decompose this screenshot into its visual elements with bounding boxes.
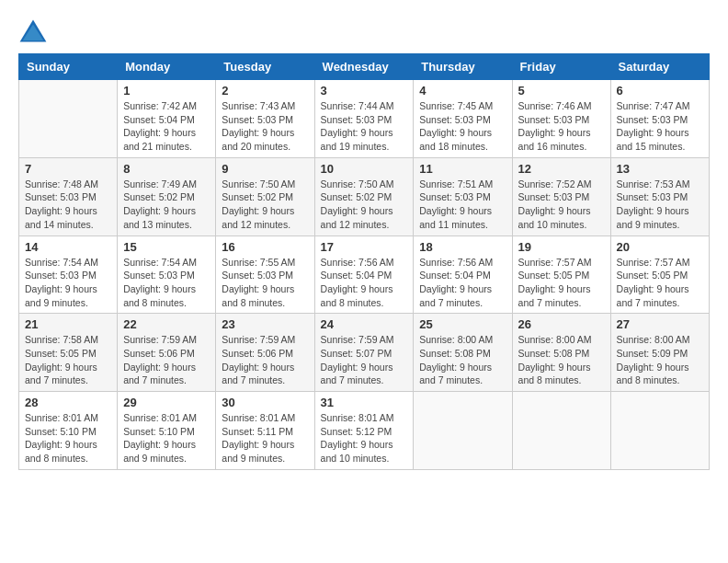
day-info: Sunrise: 7:56 AM Sunset: 5:04 PM Dayligh…: [321, 256, 408, 310]
day-info: Sunrise: 7:46 AM Sunset: 5:03 PM Dayligh…: [518, 99, 605, 154]
day-header-monday: Monday: [118, 54, 216, 80]
day-number: 16: [222, 240, 308, 254]
day-number: 12: [518, 162, 605, 176]
day-info: Sunrise: 7:52 AM Sunset: 5:03 PM Dayligh…: [518, 178, 605, 232]
calendar-cell: 23Sunrise: 7:59 AM Sunset: 5:06 PM Dayli…: [216, 314, 314, 392]
day-info: Sunrise: 7:50 AM Sunset: 5:02 PM Dayligh…: [222, 178, 308, 232]
day-info: Sunrise: 8:00 AM Sunset: 5:08 PM Dayligh…: [518, 333, 605, 387]
day-header-wednesday: Wednesday: [314, 54, 414, 80]
calendar-cell: 9Sunrise: 7:50 AM Sunset: 5:02 PM Daylig…: [216, 157, 314, 236]
calendar-cell: 24Sunrise: 7:59 AM Sunset: 5:07 PM Dayli…: [314, 314, 414, 392]
day-header-friday: Friday: [512, 54, 610, 80]
day-info: Sunrise: 7:49 AM Sunset: 5:02 PM Dayligh…: [123, 178, 210, 232]
day-number: 29: [123, 396, 210, 409]
day-number: 2: [222, 84, 308, 98]
day-info: Sunrise: 8:01 AM Sunset: 5:10 PM Dayligh…: [123, 411, 210, 465]
calendar-cell: 17Sunrise: 7:56 AM Sunset: 5:04 PM Dayli…: [314, 236, 414, 314]
day-info: Sunrise: 7:55 AM Sunset: 5:03 PM Dayligh…: [222, 256, 308, 310]
calendar-week-4: 21Sunrise: 7:58 AM Sunset: 5:05 PM Dayli…: [19, 314, 710, 392]
calendar-cell: 12Sunrise: 7:52 AM Sunset: 5:03 PM Dayli…: [512, 157, 610, 236]
calendar-cell: 22Sunrise: 7:59 AM Sunset: 5:06 PM Dayli…: [118, 314, 216, 392]
day-number: 23: [222, 317, 308, 331]
calendar-cell: [19, 80, 118, 158]
calendar-cell: 16Sunrise: 7:55 AM Sunset: 5:03 PM Dayli…: [216, 236, 314, 314]
day-info: Sunrise: 7:59 AM Sunset: 5:07 PM Dayligh…: [321, 333, 408, 387]
day-info: Sunrise: 7:58 AM Sunset: 5:05 PM Dayligh…: [25, 333, 111, 387]
calendar-table: SundayMondayTuesdayWednesdayThursdayFrid…: [18, 53, 710, 470]
calendar-cell: 15Sunrise: 7:54 AM Sunset: 5:03 PM Dayli…: [118, 236, 216, 314]
calendar-cell: 19Sunrise: 7:57 AM Sunset: 5:05 PM Dayli…: [512, 236, 610, 314]
day-number: 9: [222, 162, 308, 176]
day-number: 5: [518, 84, 605, 98]
day-info: Sunrise: 7:47 AM Sunset: 5:03 PM Dayligh…: [617, 99, 703, 154]
day-number: 6: [617, 84, 703, 98]
calendar-cell: 31Sunrise: 8:01 AM Sunset: 5:12 PM Dayli…: [314, 392, 414, 470]
day-number: 28: [25, 396, 111, 409]
day-number: 19: [518, 240, 605, 254]
day-info: Sunrise: 7:45 AM Sunset: 5:03 PM Dayligh…: [419, 99, 506, 154]
calendar-cell: 18Sunrise: 7:56 AM Sunset: 5:04 PM Dayli…: [414, 236, 512, 314]
day-header-tuesday: Tuesday: [216, 54, 314, 80]
day-number: 8: [123, 162, 210, 176]
day-info: Sunrise: 8:01 AM Sunset: 5:12 PM Dayligh…: [321, 411, 408, 465]
calendar-cell: 27Sunrise: 8:00 AM Sunset: 5:09 PM Dayli…: [610, 314, 709, 392]
day-number: 14: [25, 240, 111, 254]
logo: [18, 18, 53, 44]
calendar-cell: 4Sunrise: 7:45 AM Sunset: 5:03 PM Daylig…: [414, 80, 512, 158]
calendar-cell: [610, 392, 709, 470]
day-info: Sunrise: 7:44 AM Sunset: 5:03 PM Dayligh…: [321, 99, 408, 154]
day-info: Sunrise: 7:48 AM Sunset: 5:03 PM Dayligh…: [25, 178, 111, 232]
calendar-cell: 7Sunrise: 7:48 AM Sunset: 5:03 PM Daylig…: [19, 157, 118, 236]
day-number: 30: [222, 396, 308, 409]
calendar-week-1: 1Sunrise: 7:42 AM Sunset: 5:04 PM Daylig…: [19, 80, 710, 158]
calendar-cell: 1Sunrise: 7:42 AM Sunset: 5:04 PM Daylig…: [118, 80, 216, 158]
day-header-sunday: Sunday: [19, 54, 118, 80]
calendar-cell: 13Sunrise: 7:53 AM Sunset: 5:03 PM Dayli…: [610, 157, 709, 236]
calendar-cell: 30Sunrise: 8:01 AM Sunset: 5:11 PM Dayli…: [216, 392, 314, 470]
day-info: Sunrise: 7:59 AM Sunset: 5:06 PM Dayligh…: [123, 333, 210, 387]
calendar-week-3: 14Sunrise: 7:54 AM Sunset: 5:03 PM Dayli…: [19, 236, 710, 314]
day-number: 7: [25, 162, 111, 176]
day-info: Sunrise: 7:43 AM Sunset: 5:03 PM Dayligh…: [222, 99, 308, 154]
day-header-saturday: Saturday: [610, 54, 709, 80]
day-number: 27: [617, 317, 703, 331]
calendar-cell: 8Sunrise: 7:49 AM Sunset: 5:02 PM Daylig…: [118, 157, 216, 236]
day-info: Sunrise: 7:57 AM Sunset: 5:05 PM Dayligh…: [518, 256, 605, 310]
day-number: 24: [321, 317, 408, 331]
calendar-header-row: SundayMondayTuesdayWednesdayThursdayFrid…: [19, 54, 710, 80]
day-info: Sunrise: 7:57 AM Sunset: 5:05 PM Dayligh…: [617, 256, 703, 310]
day-number: 11: [419, 162, 506, 176]
day-info: Sunrise: 7:54 AM Sunset: 5:03 PM Dayligh…: [123, 256, 210, 310]
day-info: Sunrise: 7:59 AM Sunset: 5:06 PM Dayligh…: [222, 333, 308, 387]
calendar-cell: 5Sunrise: 7:46 AM Sunset: 5:03 PM Daylig…: [512, 80, 610, 158]
calendar-cell: 3Sunrise: 7:44 AM Sunset: 5:03 PM Daylig…: [314, 80, 414, 158]
day-info: Sunrise: 8:00 AM Sunset: 5:08 PM Dayligh…: [419, 333, 506, 387]
day-info: Sunrise: 7:42 AM Sunset: 5:04 PM Dayligh…: [123, 99, 210, 154]
day-number: 17: [321, 240, 408, 254]
day-number: 31: [321, 396, 408, 409]
day-number: 18: [419, 240, 506, 254]
day-number: 1: [123, 84, 210, 98]
calendar-cell: 2Sunrise: 7:43 AM Sunset: 5:03 PM Daylig…: [216, 80, 314, 158]
day-number: 20: [617, 240, 703, 254]
calendar-cell: 25Sunrise: 8:00 AM Sunset: 5:08 PM Dayli…: [414, 314, 512, 392]
day-number: 21: [25, 317, 111, 331]
calendar-cell: [512, 392, 610, 470]
calendar-cell: 6Sunrise: 7:47 AM Sunset: 5:03 PM Daylig…: [610, 80, 709, 158]
day-header-thursday: Thursday: [414, 54, 512, 80]
day-info: Sunrise: 8:01 AM Sunset: 5:11 PM Dayligh…: [222, 411, 308, 465]
day-info: Sunrise: 7:54 AM Sunset: 5:03 PM Dayligh…: [25, 256, 111, 310]
calendar-week-2: 7Sunrise: 7:48 AM Sunset: 5:03 PM Daylig…: [19, 157, 710, 236]
day-info: Sunrise: 7:53 AM Sunset: 5:03 PM Dayligh…: [617, 178, 703, 232]
calendar-cell: 20Sunrise: 7:57 AM Sunset: 5:05 PM Dayli…: [610, 236, 709, 314]
day-number: 10: [321, 162, 408, 176]
day-number: 4: [419, 84, 506, 98]
day-number: 15: [123, 240, 210, 254]
logo-icon: [18, 18, 48, 44]
day-info: Sunrise: 7:56 AM Sunset: 5:04 PM Dayligh…: [419, 256, 506, 310]
calendar-cell: 14Sunrise: 7:54 AM Sunset: 5:03 PM Dayli…: [19, 236, 118, 314]
calendar-cell: [414, 392, 512, 470]
calendar-cell: 10Sunrise: 7:50 AM Sunset: 5:02 PM Dayli…: [314, 157, 414, 236]
page-header: [18, 18, 710, 44]
day-number: 13: [617, 162, 703, 176]
